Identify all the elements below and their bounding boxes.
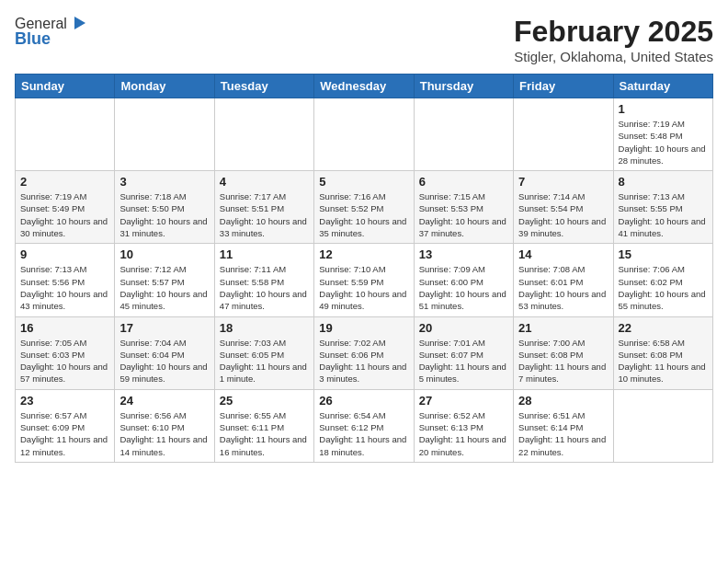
day-info: Sunrise: 7:11 AM Sunset: 5:58 PM Dayligh… — [220, 263, 309, 312]
day-number: 14 — [518, 247, 608, 261]
calendar-cell — [613, 389, 712, 462]
calendar-cell: 16Sunrise: 7:05 AM Sunset: 6:03 PM Dayli… — [16, 316, 115, 389]
calendar-row-5: 23Sunrise: 6:57 AM Sunset: 6:09 PM Dayli… — [16, 389, 713, 462]
day-number: 18 — [220, 321, 309, 335]
calendar-subtitle: Stigler, Oklahoma, United States — [514, 49, 713, 64]
calendar-title: February 2025 — [514, 15, 713, 49]
calendar-cell: 20Sunrise: 7:01 AM Sunset: 6:07 PM Dayli… — [414, 316, 513, 389]
day-info: Sunrise: 6:58 AM Sunset: 6:08 PM Dayligh… — [619, 337, 708, 385]
weekday-header-monday: Monday — [115, 75, 214, 98]
calendar-cell: 12Sunrise: 7:10 AM Sunset: 5:59 PM Dayli… — [314, 244, 414, 316]
day-info: Sunrise: 7:05 AM Sunset: 6:03 PM Dayligh… — [20, 337, 109, 385]
logo-icon — [69, 13, 89, 33]
calendar-cell — [214, 98, 313, 171]
day-number: 22 — [619, 321, 708, 335]
day-number: 8 — [619, 175, 708, 189]
day-info: Sunrise: 6:51 AM Sunset: 6:14 PM Dayligh… — [518, 409, 608, 458]
calendar-cell — [314, 98, 414, 171]
calendar-cell: 24Sunrise: 6:56 AM Sunset: 6:10 PM Dayli… — [115, 389, 214, 462]
calendar-cell: 25Sunrise: 6:55 AM Sunset: 6:11 PM Dayli… — [214, 389, 313, 462]
day-info: Sunrise: 6:56 AM Sunset: 6:10 PM Dayligh… — [119, 409, 209, 458]
calendar-row-2: 2Sunrise: 7:19 AM Sunset: 5:49 PM Daylig… — [16, 171, 713, 244]
calendar-cell: 6Sunrise: 7:15 AM Sunset: 5:53 PM Daylig… — [414, 171, 513, 244]
weekday-header-wednesday: Wednesday — [314, 75, 414, 98]
day-number: 10 — [119, 247, 209, 261]
day-number: 25 — [220, 394, 309, 408]
calendar-cell: 23Sunrise: 6:57 AM Sunset: 6:09 PM Dayli… — [16, 389, 115, 462]
calendar-row-4: 16Sunrise: 7:05 AM Sunset: 6:03 PM Dayli… — [16, 316, 713, 389]
svg-marker-0 — [74, 17, 85, 29]
calendar-cell: 21Sunrise: 7:00 AM Sunset: 6:08 PM Dayli… — [514, 316, 613, 389]
day-number: 13 — [419, 247, 508, 261]
day-info: Sunrise: 7:17 AM Sunset: 5:51 PM Dayligh… — [220, 190, 309, 239]
calendar-cell — [514, 98, 613, 171]
calendar-cell: 10Sunrise: 7:12 AM Sunset: 5:57 PM Dayli… — [115, 244, 214, 316]
day-info: Sunrise: 6:54 AM Sunset: 6:12 PM Dayligh… — [319, 409, 408, 458]
calendar-cell: 19Sunrise: 7:02 AM Sunset: 6:06 PM Dayli… — [314, 316, 414, 389]
day-number: 5 — [319, 175, 408, 189]
calendar-cell: 26Sunrise: 6:54 AM Sunset: 6:12 PM Dayli… — [314, 389, 414, 462]
weekday-header-row: SundayMondayTuesdayWednesdayThursdayFrid… — [16, 75, 713, 98]
day-info: Sunrise: 7:19 AM Sunset: 5:49 PM Dayligh… — [20, 190, 109, 239]
day-number: 3 — [119, 175, 209, 189]
title-block: February 2025 Stigler, Oklahoma, United … — [514, 15, 713, 64]
day-info: Sunrise: 7:13 AM Sunset: 5:55 PM Dayligh… — [619, 190, 708, 239]
day-info: Sunrise: 6:55 AM Sunset: 6:11 PM Dayligh… — [220, 409, 309, 458]
day-number: 6 — [419, 175, 508, 189]
calendar-cell: 1Sunrise: 7:19 AM Sunset: 5:48 PM Daylig… — [613, 98, 712, 171]
calendar-cell — [414, 98, 513, 171]
calendar-cell: 2Sunrise: 7:19 AM Sunset: 5:49 PM Daylig… — [16, 171, 115, 244]
day-number: 9 — [20, 247, 109, 261]
day-info: Sunrise: 6:57 AM Sunset: 6:09 PM Dayligh… — [20, 409, 109, 458]
weekday-header-friday: Friday — [514, 75, 613, 98]
calendar-row-3: 9Sunrise: 7:13 AM Sunset: 5:56 PM Daylig… — [16, 244, 713, 316]
weekday-header-saturday: Saturday — [613, 75, 712, 98]
calendar-cell: 13Sunrise: 7:09 AM Sunset: 6:00 PM Dayli… — [414, 244, 513, 316]
day-info: Sunrise: 7:02 AM Sunset: 6:06 PM Dayligh… — [319, 337, 408, 385]
calendar-row-1: 1Sunrise: 7:19 AM Sunset: 5:48 PM Daylig… — [16, 98, 713, 171]
calendar-cell: 5Sunrise: 7:16 AM Sunset: 5:52 PM Daylig… — [314, 171, 414, 244]
calendar-cell — [16, 98, 115, 171]
day-number: 24 — [119, 394, 209, 408]
day-number: 11 — [220, 247, 309, 261]
day-info: Sunrise: 7:00 AM Sunset: 6:08 PM Dayligh… — [518, 337, 608, 385]
day-number: 16 — [20, 321, 109, 335]
calendar-cell: 8Sunrise: 7:13 AM Sunset: 5:55 PM Daylig… — [613, 171, 712, 244]
day-info: Sunrise: 7:04 AM Sunset: 6:04 PM Dayligh… — [119, 337, 209, 385]
weekday-header-thursday: Thursday — [414, 75, 513, 98]
day-info: Sunrise: 7:03 AM Sunset: 6:05 PM Dayligh… — [220, 337, 309, 385]
calendar-cell: 11Sunrise: 7:11 AM Sunset: 5:58 PM Dayli… — [214, 244, 313, 316]
logo-blue-text: Blue — [15, 29, 51, 49]
day-info: Sunrise: 7:01 AM Sunset: 6:07 PM Dayligh… — [419, 337, 508, 385]
weekday-header-sunday: Sunday — [16, 75, 115, 98]
day-info: Sunrise: 7:09 AM Sunset: 6:00 PM Dayligh… — [419, 263, 508, 312]
calendar-cell: 4Sunrise: 7:17 AM Sunset: 5:51 PM Daylig… — [214, 171, 313, 244]
calendar-cell: 18Sunrise: 7:03 AM Sunset: 6:05 PM Dayli… — [214, 316, 313, 389]
calendar-cell: 27Sunrise: 6:52 AM Sunset: 6:13 PM Dayli… — [414, 389, 513, 462]
day-number: 17 — [119, 321, 209, 335]
day-number: 20 — [419, 321, 508, 335]
day-info: Sunrise: 6:52 AM Sunset: 6:13 PM Dayligh… — [419, 409, 508, 458]
day-info: Sunrise: 7:18 AM Sunset: 5:50 PM Dayligh… — [119, 190, 209, 239]
calendar-cell: 22Sunrise: 6:58 AM Sunset: 6:08 PM Dayli… — [613, 316, 712, 389]
day-number: 21 — [518, 321, 608, 335]
day-number: 23 — [20, 394, 109, 408]
calendar-cell: 15Sunrise: 7:06 AM Sunset: 6:02 PM Dayli… — [613, 244, 712, 316]
day-number: 19 — [319, 321, 408, 335]
day-number: 15 — [619, 247, 708, 261]
day-info: Sunrise: 7:12 AM Sunset: 5:57 PM Dayligh… — [119, 263, 209, 312]
day-number: 4 — [220, 175, 309, 189]
calendar-cell: 14Sunrise: 7:08 AM Sunset: 6:01 PM Dayli… — [514, 244, 613, 316]
day-info: Sunrise: 7:06 AM Sunset: 6:02 PM Dayligh… — [619, 263, 708, 312]
calendar-table: SundayMondayTuesdayWednesdayThursdayFrid… — [15, 74, 713, 463]
day-number: 28 — [518, 394, 608, 408]
calendar-cell: 28Sunrise: 6:51 AM Sunset: 6:14 PM Dayli… — [514, 389, 613, 462]
day-number: 1 — [619, 102, 708, 116]
day-info: Sunrise: 7:14 AM Sunset: 5:54 PM Dayligh… — [518, 190, 608, 239]
calendar-cell: 3Sunrise: 7:18 AM Sunset: 5:50 PM Daylig… — [115, 171, 214, 244]
day-info: Sunrise: 7:15 AM Sunset: 5:53 PM Dayligh… — [419, 190, 508, 239]
page-header: General Blue February 2025 Stigler, Okla… — [15, 15, 713, 64]
day-number: 2 — [20, 175, 109, 189]
day-info: Sunrise: 7:10 AM Sunset: 5:59 PM Dayligh… — [319, 263, 408, 312]
day-info: Sunrise: 7:19 AM Sunset: 5:48 PM Dayligh… — [619, 118, 708, 167]
